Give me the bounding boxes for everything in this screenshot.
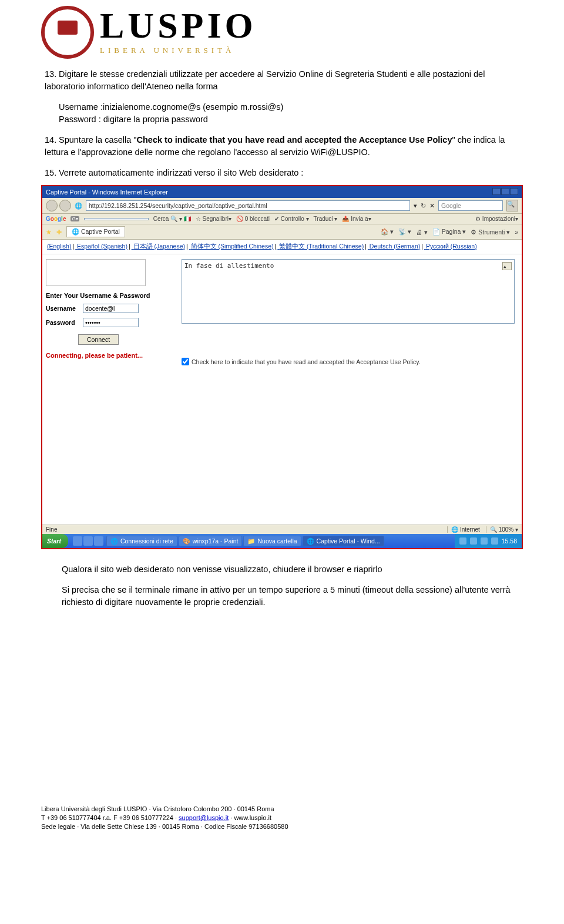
task-item[interactable]: 📁 Nuova cartella	[243, 536, 301, 546]
print-button[interactable]: 🖨 ▾	[416, 229, 428, 236]
windows-taskbar: Start 🌐 Connessioni di rete 🎨 winxp17a -…	[42, 534, 522, 548]
task-item[interactable]: 🎨 winxp17a - Paint	[179, 536, 243, 546]
google-bookmarks[interactable]: ☆ Segnalibri▾	[196, 216, 231, 222]
lang-japanese[interactable]: 日本語 (Japanese)	[133, 243, 185, 250]
google-send[interactable]: 📤 Invia a▾	[342, 216, 371, 222]
blank-area	[42, 372, 522, 525]
login-panel: Enter Your Username & Password Username …	[42, 254, 174, 372]
system-tray[interactable]: 15.58	[455, 534, 522, 548]
footer-line2-pre: T +39 06 510777404 r.a. F +39 06 5107772…	[41, 814, 179, 821]
item-number: 13.	[45, 68, 59, 80]
add-favorite-icon[interactable]: ✚	[56, 229, 62, 236]
browser-tab[interactable]: 🌐 Captive Portal	[66, 226, 125, 237]
google-settings[interactable]: ⚙ Impostazioni▾	[475, 216, 518, 222]
item-number: 14.	[45, 134, 59, 146]
search-go-button[interactable]: 🔍	[506, 200, 518, 211]
status-internet: 🌐 Internet	[447, 526, 480, 533]
back-button[interactable]	[46, 200, 58, 211]
item-number: 15.	[45, 167, 59, 179]
start-button[interactable]: Start	[42, 534, 68, 548]
task-item-active[interactable]: 🌐 Captive Portal - Wind...	[303, 536, 384, 546]
quick-launch[interactable]	[70, 536, 106, 546]
footer-line1: Libera Università degli Studi LUSPIO · V…	[41, 805, 523, 814]
expand-button[interactable]: »	[515, 229, 518, 236]
ie-screenshot: Captive Portal - Windows Internet Explor…	[41, 185, 523, 549]
forward-button[interactable]	[59, 200, 71, 211]
window-title: Captive Portal - Windows Internet Explor…	[46, 189, 168, 196]
username-label: Username	[46, 305, 80, 312]
aup-label: Check here to indicate that you have rea…	[192, 358, 421, 365]
password-input[interactable]	[83, 318, 139, 327]
logo-sub: LIBERA UNIVERSITÀ	[100, 46, 257, 55]
credential-example: Username :inizialenome.cognome@s (esempi…	[59, 101, 523, 126]
page-menu[interactable]: 📄 Pagina ▾	[432, 228, 466, 236]
portal-logo-placeholder	[46, 259, 146, 286]
page-footer: Libera Università degli Studi LUSPIO · V…	[0, 805, 564, 843]
ie-status-bar: Fine 🌐 Internet 🔍 100% ▾	[42, 525, 522, 534]
ie-favorites-bar: ★ ✚ 🌐 Captive Portal 🏠 ▾ 📡 ▾ 🖨 ▾ 📄 Pagin…	[42, 224, 522, 240]
password-label: Password	[46, 319, 80, 326]
favorites-star-icon[interactable]: ★	[46, 229, 52, 236]
instruction-item-15: 15.Verrete automaticamente indirizzati v…	[41, 167, 523, 179]
connect-button[interactable]: Connect	[78, 334, 119, 345]
lang-english[interactable]: (English)	[47, 243, 71, 250]
footer-line3: Sede legale · Via delle Sette Chiese 139…	[41, 822, 523, 831]
message-textarea[interactable]: In fase di allestimento ▴	[182, 259, 515, 324]
logo-header: LUSPIO LIBERA UNIVERSITÀ	[41, 0, 523, 68]
footer-email-link[interactable]: support@luspio.it	[179, 814, 229, 821]
username-input[interactable]	[83, 304, 139, 313]
closing-p1: Qualora il sito web desiderato non venis…	[62, 563, 523, 576]
language-bar: (English)| Español (Spanish)| 日本語 (Japan…	[42, 240, 522, 254]
university-seal	[41, 6, 94, 59]
ie-address-bar: 🌐 http://192.168.251.254/security/captiv…	[42, 198, 522, 214]
google-search-input[interactable]	[84, 218, 149, 220]
login-title: Enter Your Username & Password	[46, 290, 171, 301]
google-cerca[interactable]: Cerca 🔍 ▾ 🇮🇹	[153, 216, 191, 222]
footer-site: www.luspio.it	[234, 814, 271, 821]
home-button[interactable]: 🏠 ▾	[381, 228, 394, 236]
google-translate[interactable]: Traduci ▾	[314, 216, 338, 222]
lang-russian[interactable]: Русский (Russian)	[426, 243, 477, 250]
connecting-status: Connecting, please be patient...	[46, 350, 171, 364]
closing-p2: Si precisa che se il terminale rimane in…	[62, 584, 523, 609]
lang-chinese-simplified[interactable]: 简体中文 (Simplified Chinese)	[191, 243, 274, 250]
scrollbar-up[interactable]: ▴	[502, 262, 512, 270]
window-titlebar: Captive Portal - Windows Internet Explor…	[42, 186, 522, 198]
feeds-button[interactable]: 📡 ▾	[398, 228, 411, 236]
window-controls[interactable]	[492, 188, 518, 196]
status-text: Fine	[46, 526, 57, 533]
tools-menu[interactable]: ⚙ Strumenti ▾	[471, 229, 510, 236]
google-logo: Google	[46, 216, 66, 222]
lang-german[interactable]: Deutsch (German)	[370, 243, 420, 250]
instruction-item-14: 14.Spuntare la casella "Check to indicat…	[41, 134, 523, 159]
logo-text: LUSPIO LIBERA UNIVERSITÀ	[100, 9, 257, 55]
task-item[interactable]: 🌐 Connessioni di rete	[106, 536, 177, 546]
google-check[interactable]: ✔ Controllo ▾	[274, 216, 309, 222]
url-field[interactable]: http://192.168.251.254/security/captive_…	[86, 200, 410, 211]
aup-checkbox[interactable]	[182, 358, 189, 365]
google-toolbar: Google G▾ Cerca 🔍 ▾ 🇮🇹 ☆ Segnalibri▾ 🚫 0…	[42, 214, 522, 224]
lang-spanish[interactable]: Español (Spanish)	[77, 243, 127, 250]
search-box[interactable]: Google	[438, 200, 503, 211]
main-panel: In fase di allestimento ▴ Check here to …	[174, 254, 522, 372]
closing-paragraphs: Qualora il sito web desiderato non venis…	[41, 563, 523, 609]
google-blocked[interactable]: 🚫 0 bloccati	[236, 216, 270, 222]
logo-main: LUSPIO	[100, 9, 257, 42]
clock: 15.58	[502, 537, 517, 545]
lang-chinese-traditional[interactable]: 繁體中文 (Traditional Chinese)	[279, 243, 364, 250]
status-zoom[interactable]: 🔍 100% ▾	[486, 526, 518, 533]
instruction-item-13: 13.Digitare le stesse credenziali utiliz…	[41, 68, 523, 93]
